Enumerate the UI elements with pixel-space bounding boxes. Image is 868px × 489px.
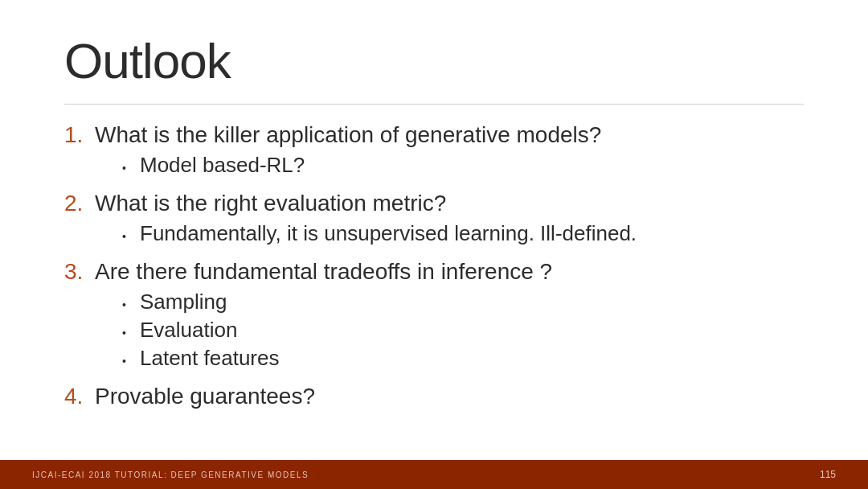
outline-list: 1. What is the killer application of gen…	[64, 122, 804, 409]
sub-item-text: Fundamentally, it is unsupervised learni…	[140, 221, 637, 246]
list-item: 1. What is the killer application of gen…	[64, 122, 804, 178]
item-header: 3. Are there fundamental tradeoffs in in…	[64, 259, 804, 285]
sub-item-text: Model based-RL?	[140, 153, 305, 178]
sub-list: • Model based-RL?	[64, 153, 804, 178]
item-text: Are there fundamental tradeoffs in infer…	[95, 259, 552, 285]
footer: IJCAI-ECAI 2018 TUTORIAL: DEEP GENERATIV…	[0, 460, 868, 489]
footer-page: 115	[820, 469, 836, 480]
sub-item-text: Evaluation	[140, 318, 237, 343]
item-header: 2. What is the right evaluation metric?	[64, 191, 804, 216]
item-number: 2.	[64, 191, 95, 216]
divider	[64, 104, 804, 105]
list-item: 3. Are there fundamental tradeoffs in in…	[64, 259, 804, 371]
sub-list: • Sampling • Evaluation • Latent feature…	[64, 290, 804, 371]
item-text: What is the right evaluation metric?	[95, 191, 446, 216]
item-text: What is the killer application of genera…	[95, 122, 601, 148]
sub-item-text: Sampling	[140, 290, 227, 314]
item-number: 1.	[64, 122, 95, 148]
bullet-icon: •	[122, 230, 140, 243]
list-item: • Evaluation	[122, 318, 804, 343]
slide-content: Outlook 1. What is the killer applicatio…	[0, 0, 868, 460]
item-header: 4. Provable guarantees?	[64, 384, 804, 409]
bullet-icon: •	[122, 327, 140, 339]
slide-container: Outlook 1. What is the killer applicatio…	[0, 0, 868, 489]
list-item: • Fundamentally, it is unsupervised lear…	[122, 221, 804, 246]
item-number: 4.	[64, 384, 95, 409]
sub-list: • Fundamentally, it is unsupervised lear…	[64, 221, 804, 246]
item-number: 3.	[64, 259, 95, 285]
bullet-icon: •	[122, 355, 140, 368]
list-item: 4. Provable guarantees?	[64, 384, 804, 409]
item-text: Provable guarantees?	[95, 384, 315, 409]
footer-label: IJCAI-ECAI 2018 TUTORIAL: DEEP GENERATIV…	[32, 471, 309, 479]
slide-title: Outlook	[64, 32, 804, 89]
item-header: 1. What is the killer application of gen…	[64, 122, 804, 148]
list-item: • Latent features	[122, 346, 804, 371]
list-item: 2. What is the right evaluation metric? …	[64, 191, 804, 246]
bullet-icon: •	[122, 162, 140, 175]
list-item: • Model based-RL?	[122, 153, 804, 178]
bullet-icon: •	[122, 298, 140, 311]
sub-item-text: Latent features	[140, 346, 279, 371]
list-item: • Sampling	[122, 290, 804, 314]
